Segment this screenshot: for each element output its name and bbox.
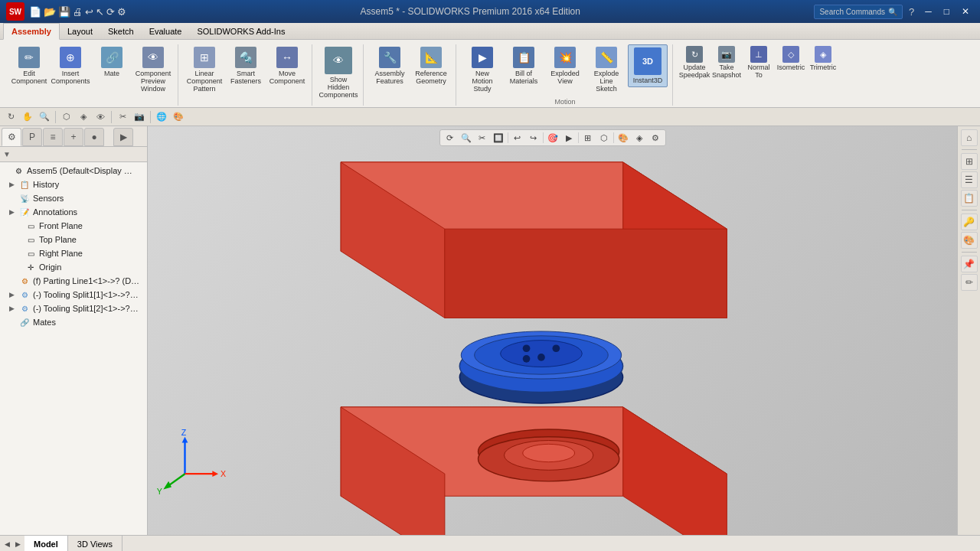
tree-item-parting-line[interactable]: ⚙ (f) Parting Line1<1>->? (Defau <box>0 274 147 288</box>
tree-item-annotations[interactable]: ▶ 📝 Annotations <box>0 205 147 219</box>
move-component-button[interactable]: ↔ MoveComponent <box>267 44 307 87</box>
tab-evaluate[interactable]: Evaluate <box>142 23 190 40</box>
undo-icon[interactable]: ↩ <box>85 6 93 18</box>
zoom-icon[interactable]: 🔍 <box>37 109 52 125</box>
right-toolbar: ⌂ ⊞ ☰ 📋 🔑 🎨 📌 ✏ <box>957 126 980 535</box>
pointer-icon[interactable]: ↖ <box>96 6 104 18</box>
right-home-btn[interactable]: ⌂ <box>961 129 978 146</box>
tree-item-mates[interactable]: 🔗 Mates <box>0 315 147 329</box>
instant3d-button[interactable]: 3D Instant3D <box>628 44 668 87</box>
edit-component-button[interactable]: ✏ EditComponent <box>9 44 49 87</box>
section-view-icon[interactable]: ✂ <box>115 109 130 125</box>
close-button[interactable]: ✕ <box>957 5 974 19</box>
normal-to-button[interactable]: ⊥ Normal To <box>743 44 774 80</box>
right-sep-3 <box>962 252 977 253</box>
tree-item-front-plane[interactable]: ▭ Front Plane <box>0 219 147 233</box>
view-orient-icon[interactable]: ⬡ <box>59 109 74 125</box>
open-icon[interactable]: 📂 <box>44 6 56 18</box>
bill-of-materials-button[interactable]: 📋 Bill ofMaterials <box>504 44 544 87</box>
hide-show-icon[interactable]: 👁 <box>93 109 108 125</box>
appearance-tab[interactable]: ● <box>84 128 104 146</box>
view-toolbar: ↻ ✋ 🔍 ⬡ ◈ 👁 ✂ 📷 🌐 🎨 <box>0 108 980 126</box>
right-color-btn[interactable]: 🎨 <box>961 232 978 249</box>
configuration-tab[interactable]: ≡ <box>43 128 63 146</box>
scroll-left-arrow[interactable]: ◀ <box>2 539 12 549</box>
tab-sketch[interactable]: Sketch <box>100 23 142 40</box>
right-grid-btn[interactable]: ⊞ <box>961 153 978 170</box>
tree-item-tooling-split1[interactable]: ▶ ⚙ (-) Tooling Split1[1]<1>->? (De <box>0 288 147 302</box>
render-icon[interactable]: 🎨 <box>171 109 186 125</box>
tree-item-tooling-split2[interactable]: ▶ ⚙ (-) Tooling Split1[2]<1>->? (De <box>0 302 147 315</box>
maximize-button[interactable]: □ <box>939 5 954 19</box>
feature-manager-tab[interactable]: ⚙ <box>2 128 21 146</box>
pan-icon[interactable]: ✋ <box>20 109 35 125</box>
svg-point-11 <box>553 344 560 352</box>
rotate-icon[interactable]: ↻ <box>3 109 18 125</box>
tree-item-history[interactable]: ▶ 📋 History <box>0 178 147 191</box>
tab-addins[interactable]: SOLIDWORKS Add-Ins <box>189 23 292 40</box>
property-manager-tab[interactable]: P <box>22 128 42 146</box>
right-pin-btn[interactable]: 📌 <box>961 256 978 272</box>
ribbon-group-assembly-features: 🔧 AssemblyFeatures 📐 ReferenceGeometry <box>365 44 456 106</box>
scene-bg-icon[interactable]: 🌐 <box>154 109 169 125</box>
tab-assembly[interactable]: Assembly <box>3 23 60 40</box>
new-motion-study-button[interactable]: ▶ NewMotionStudy <box>462 44 502 95</box>
icon-right-plane: ▭ <box>24 247 37 259</box>
expand-arrow[interactable]: ▶ <box>113 128 133 146</box>
ribbon-group-motion: ▶ NewMotionStudy 📋 Bill ofMaterials 💥 Ex… <box>458 44 673 106</box>
explode-line-sketch-button[interactable]: 📏 ExplodeLineSketch <box>586 44 626 95</box>
insert-components-button[interactable]: ⊕ InsertComponents <box>51 44 90 87</box>
update-speedpak-button[interactable]: ↻ Update Speedpak <box>679 44 710 80</box>
assembly-features-button[interactable]: 🔧 AssemblyFeatures <box>370 44 410 87</box>
exploded-view-button[interactable]: 💥 ExplodedView <box>545 44 585 87</box>
trimetric-button[interactable]: ◈ Trimetric <box>808 44 838 73</box>
tree-item-top-plane[interactable]: ▭ Top Plane <box>0 233 147 246</box>
tab-3dviews[interactable]: 3D Views <box>68 536 122 552</box>
icon-mates: 🔗 <box>18 316 31 328</box>
tab-layout[interactable]: Layout <box>60 23 100 40</box>
group-motion-label: Motion <box>554 98 575 106</box>
isometric-button[interactable]: ◇ Isometric <box>776 44 806 73</box>
right-table-btn[interactable]: 📋 <box>961 190 978 207</box>
print-icon[interactable]: 🖨 <box>73 6 83 18</box>
mate-button[interactable]: 🔗 Mate <box>92 44 132 80</box>
tree-item-origin[interactable]: ✛ Origin <box>0 260 147 274</box>
icon-annotations: 📝 <box>18 206 31 218</box>
ribbon-group-views-items: ↻ Update Speedpak 📷 Take Snapshot ⊥ Norm… <box>679 44 838 106</box>
component-preview-button[interactable]: 👁 ComponentPreviewWindow <box>133 44 173 95</box>
tab-model[interactable]: Model <box>24 536 68 552</box>
dim-expert-tab[interactable]: + <box>64 128 83 146</box>
tree-item-sensors[interactable]: 📡 Sensors <box>0 191 147 205</box>
right-sep-1 <box>962 149 977 150</box>
camera-icon[interactable]: 📷 <box>132 109 147 125</box>
ribbon-content: ✏ EditComponent ⊕ InsertComponents 🔗 Mat… <box>0 40 980 107</box>
titlebar: SW 📄 📂 💾 🖨 ↩ ↖ ⟳ ⚙ Assem5 * - SOLIDWORKS… <box>0 0 980 23</box>
tree-item-assem5[interactable]: ⚙ Assem5 (Default<Display State-1 <box>0 164 147 178</box>
take-snapshot-button[interactable]: 📷 Take Snapshot <box>711 44 742 80</box>
ribbon-group-show: 👁 ShowHiddenComponents <box>314 44 364 106</box>
right-key-btn[interactable]: 🔑 <box>961 214 978 230</box>
options-icon[interactable]: ⚙ <box>117 6 126 18</box>
right-edit-btn[interactable]: ✏ <box>961 274 978 291</box>
icon-front-plane: ▭ <box>24 220 37 232</box>
linear-pattern-button[interactable]: ⊞ Linear Component Pattern <box>185 44 224 95</box>
bottom-tabs: Model 3D Views <box>24 536 122 552</box>
smart-fasteners-button[interactable]: 🔩 SmartFasteners <box>226 44 266 87</box>
icon-parting-line: ⚙ <box>18 275 31 287</box>
right-list-btn[interactable]: ☰ <box>961 171 978 188</box>
save-icon[interactable]: 💾 <box>58 6 70 18</box>
show-hidden-button[interactable]: 👁 ShowHiddenComponents <box>318 44 358 101</box>
search-input[interactable]: Search Commands🔍 <box>814 5 903 19</box>
3d-viewport[interactable]: ⟳ 🔍 ✂ 🔲 ↩ ↪ 🎯 ▶ ⊞ ⬡ 🎨 ◈ ⚙ <box>148 126 957 535</box>
tree-item-right-plane[interactable]: ▭ Right Plane <box>0 246 147 260</box>
display-mode-icon[interactable]: ◈ <box>76 109 91 125</box>
new-icon[interactable]: 📄 <box>29 6 41 18</box>
minimize-button[interactable]: ─ <box>920 5 936 19</box>
reference-geometry-button[interactable]: 📐 ReferenceGeometry <box>411 44 451 87</box>
rebuild-icon[interactable]: ⟳ <box>106 6 115 18</box>
icon-origin: ✛ <box>24 261 37 273</box>
help-icon[interactable]: ? <box>906 5 917 19</box>
ribbon-group-show-items: 👁 ShowHiddenComponents <box>318 44 358 106</box>
scroll-right-arrow[interactable]: ▶ <box>12 539 23 549</box>
arrow-annotations: ▶ <box>9 208 18 216</box>
